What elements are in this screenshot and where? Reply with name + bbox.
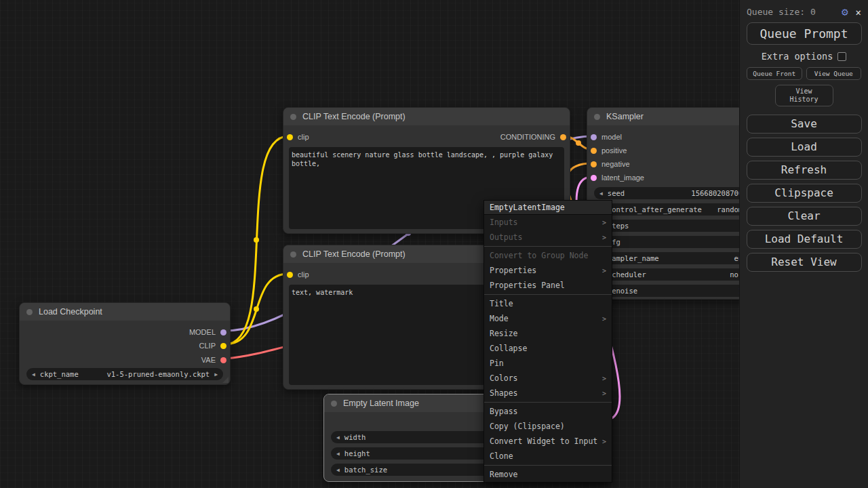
conditioning-slot-dot[interactable] [591, 161, 597, 167]
menu-item-remove[interactable]: Remove [484, 467, 612, 482]
widget-label: ckpt_name [40, 370, 79, 378]
menu-item-label: Inputs [490, 218, 518, 227]
comfy-menu-panel: Queue size: 0 ⚙ ✕ Queue Prompt Extra opt… [739, 0, 868, 488]
node-context-menu: EmptyLatentImage Inputs > Outputs > Conv… [484, 200, 612, 483]
refresh-button[interactable]: Refresh [747, 161, 862, 180]
node-header[interactable]: CLIP Text Encode (Prompt) [283, 108, 570, 125]
submenu-arrow-icon: > [602, 438, 606, 445]
menu-item-label: Shapes [490, 388, 518, 398]
submenu-arrow-icon: > [602, 390, 606, 397]
arrow-left-icon[interactable]: ◀ [336, 467, 340, 473]
slot-label: clip [298, 133, 309, 141]
clear-button[interactable]: Clear [747, 207, 862, 226]
widget-value: v1-5-pruned-emaonly.ckpt [106, 370, 210, 378]
clipspace-button[interactable]: Clipspace [747, 184, 862, 203]
submenu-arrow-icon: > [602, 315, 606, 323]
node-title: Load Checkpoint [39, 307, 102, 317]
node-collapse-dot[interactable] [331, 401, 337, 407]
node-load-checkpoint-header[interactable]: Load Checkpoint [20, 303, 230, 321]
queue-front-button[interactable]: Queue Front [747, 67, 802, 80]
model-slot-dot[interactable] [591, 134, 597, 140]
clip-slot-dot[interactable] [220, 343, 226, 349]
arrow-left-icon[interactable]: ◀ [32, 371, 35, 378]
node-collapse-dot[interactable] [594, 114, 600, 120]
menu-item-resize[interactable]: Resize [484, 326, 612, 341]
arrow-left-icon[interactable]: ◀ [336, 434, 340, 441]
extra-options-label: Extra options [762, 51, 833, 62]
widget-label: control_after_generate [608, 205, 702, 214]
node-title: KSampler [606, 112, 644, 121]
context-menu-title: EmptyLatentImage [484, 201, 612, 215]
node-collapse-dot[interactable] [290, 251, 296, 258]
vae-slot-dot[interactable] [220, 357, 226, 363]
menu-item-label: Convert Widget to Input [490, 436, 597, 446]
node-title: CLIP Text Encode (Prompt) [302, 112, 406, 121]
node-title: CLIP Text Encode (Prompt) [302, 249, 406, 259]
clip-slot-dot[interactable] [287, 134, 293, 140]
menu-item-clone[interactable]: Clone [484, 449, 612, 464]
node-collapse-dot[interactable] [290, 114, 296, 120]
menu-item-label: Properties [490, 266, 536, 275]
menu-item-outputs: Outputs > [484, 230, 612, 245]
load-default-button[interactable]: Load Default [747, 230, 862, 249]
menu-item-copy-clipspace[interactable]: Copy (Clipspace) [484, 419, 612, 434]
output-slot-clip[interactable]: CLIP [199, 341, 226, 350]
node-collapse-dot[interactable] [26, 309, 33, 315]
menu-item-colors[interactable]: Colors > [484, 371, 612, 386]
model-slot-dot[interactable] [220, 329, 226, 336]
menu-item-convert-widget-to-input[interactable]: Convert Widget to Input > [484, 434, 612, 449]
arrow-left-icon[interactable]: ◀ [599, 190, 603, 197]
view-queue-button[interactable]: View Queue [806, 67, 862, 80]
menu-item-inputs: Inputs > [484, 215, 612, 230]
menu-item-label: Clone [490, 451, 513, 461]
arrow-left-icon[interactable]: ◀ [336, 451, 340, 457]
menu-item-shapes[interactable]: Shapes > [484, 386, 612, 401]
input-slot-clip[interactable]: clip [287, 132, 309, 142]
menu-item-collapse[interactable]: Collapse [484, 341, 612, 356]
node-load-checkpoint[interactable]: Load Checkpoint MODEL CLIP VAE ◀ ckpt_na… [19, 302, 231, 385]
node-resize-handle[interactable] [222, 377, 229, 383]
widget-label: height [344, 449, 370, 458]
widget-label: scheduler [608, 270, 646, 279]
input-slot-latent-image[interactable]: latent_image [591, 173, 644, 182]
slot-label: model [601, 133, 622, 141]
input-slot-model[interactable]: model [591, 132, 622, 142]
load-button[interactable]: Load [747, 138, 862, 157]
conditioning-slot-dot[interactable] [591, 148, 597, 154]
extra-options-checkbox[interactable] [837, 52, 846, 61]
menu-item-properties[interactable]: Properties > [484, 263, 612, 278]
queue-size-label: Queue size: 0 [747, 7, 842, 17]
menu-item-pin[interactable]: Pin [484, 356, 612, 371]
clip-slot-dot[interactable] [287, 272, 293, 278]
output-slot-model[interactable]: MODEL [189, 327, 226, 337]
save-button[interactable]: Save [747, 115, 862, 134]
slot-label: latent_image [601, 174, 644, 182]
close-icon[interactable]: ✕ [856, 7, 861, 18]
menu-item-label: Collapse [490, 344, 527, 353]
input-slot-positive[interactable]: positive [591, 146, 627, 155]
conditioning-slot-dot[interactable] [560, 134, 566, 140]
menu-item-label: Convert to Group Node [490, 251, 588, 260]
menu-item-label: Colors [490, 373, 518, 383]
menu-item-convert-to-group-node: Convert to Group Node [484, 248, 612, 263]
menu-item-title[interactable]: Title [484, 296, 612, 311]
latent-slot-dot[interactable] [591, 175, 597, 181]
widget-ckpt-name[interactable]: ◀ ckpt_name v1-5-pruned-emaonly.ckpt ▶ [26, 368, 223, 380]
menu-item-mode[interactable]: Mode > [484, 311, 612, 326]
menu-item-label: Title [490, 299, 513, 308]
output-slot-vae[interactable]: VAE [201, 355, 226, 365]
menu-item-label: Remove [490, 470, 518, 479]
settings-gear-icon[interactable]: ⚙ [842, 5, 848, 18]
input-slot-clip[interactable]: clip [287, 270, 309, 279]
output-slot-conditioning[interactable]: CONDITIONING [500, 132, 566, 142]
queue-prompt-button[interactable]: Queue Prompt [747, 22, 862, 45]
widget-label: batch_size [344, 466, 387, 474]
arrow-right-icon[interactable]: ▶ [214, 371, 218, 378]
node-graph-canvas[interactable]: Load Checkpoint MODEL CLIP VAE ◀ ckpt_na… [0, 0, 739, 488]
reset-view-button[interactable]: Reset View [747, 253, 862, 272]
menu-item-label: Properties Panel [490, 281, 565, 290]
input-slot-negative[interactable]: negative [591, 159, 630, 169]
menu-item-properties-panel[interactable]: Properties Panel [484, 278, 612, 293]
view-history-button[interactable]: View History [775, 85, 833, 106]
menu-item-bypass[interactable]: Bypass [484, 404, 612, 419]
